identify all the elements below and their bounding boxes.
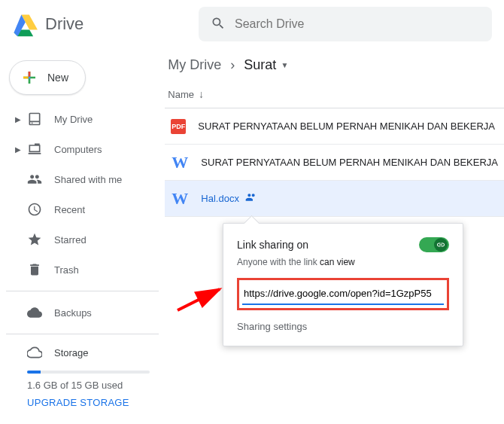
breadcrumb-root[interactable]: My Drive [168,57,221,73]
search-input[interactable] [235,17,480,31]
storage-progress [27,371,150,374]
search-icon [211,16,226,33]
column-header-name[interactable]: Name ↓ [165,82,504,108]
plus-icon [20,69,38,87]
link-highlight-box [237,278,449,310]
file-row[interactable]: PDF SURAT PERNYATAAN BELUM PERNAH MENIKA… [165,108,504,145]
sidebar: New ▶ My Drive ▶ Computers Shared with m… [0,48,159,408]
app-name: Drive [45,14,83,34]
file-name: Hal.docx [201,193,239,204]
link-sharing-toggle[interactable] [419,237,449,252]
search-bar[interactable] [199,7,492,41]
sidebar-item-mydrive[interactable]: ▶ My Drive [6,104,159,134]
breadcrumb-current[interactable]: Surat ▼ [244,57,288,73]
new-button-label: New [47,72,68,84]
nav-label: Trash [54,264,79,276]
cloud-icon [27,345,42,360]
word-icon: W [171,154,189,172]
separator [6,291,159,291]
file-name: SURAT PERNYATAAN BELUM PERNAH MENIKAH DA… [201,157,498,168]
nav-label: Backups [54,307,92,319]
pdf-icon: PDF [171,119,186,134]
sidebar-item-recent[interactable]: Recent [6,194,159,224]
svg-point-0 [32,123,33,124]
expand-icon: ▶ [15,145,24,154]
sidebar-item-starred[interactable]: Starred [6,224,159,255]
word-icon: W [171,190,189,208]
separator [6,334,159,334]
sidebar-item-storage[interactable]: Storage [6,340,159,365]
file-row[interactable]: W Hal.docx [165,181,504,217]
drive-icon [27,111,42,127]
nav-label: My Drive [54,114,93,125]
nav-label: Computers [54,144,102,155]
storage-used-text: 1.6 GB of 15 GB used [27,380,150,391]
breadcrumb: My Drive › Surat ▼ [165,51,504,82]
computers-icon [27,142,42,157]
sort-down-icon: ↓ [199,88,204,100]
expand-icon: ▶ [15,115,24,124]
sidebar-item-trash[interactable]: Trash [6,255,159,285]
nav-label: Starred [54,234,87,246]
file-row[interactable]: W SURAT PERNYATAAN BELUM PERNAH MENIKAH … [165,145,504,181]
storage-section: 1.6 GB of 15 GB used UPGRADE STORAGE [6,371,159,408]
star-icon [27,232,42,247]
logo-area[interactable]: Drive [12,11,193,38]
nav-label: Recent [54,204,85,215]
new-button[interactable]: New [9,60,86,95]
upgrade-storage-link[interactable]: UPGRADE STORAGE [27,397,150,408]
chevron-right-icon: › [230,57,235,73]
sidebar-item-shared[interactable]: Shared with me [6,164,159,194]
shared-icon [27,172,42,187]
shared-badge-icon [245,191,257,206]
drive-logo-icon [12,11,39,38]
popup-subtitle: Anyone with the link can view [237,257,449,267]
recent-icon [27,202,42,217]
trash-icon [27,262,42,277]
app-header: Drive [0,0,504,48]
nav-label: Shared with me [54,174,122,185]
sharing-settings-link[interactable]: Sharing settings [237,321,449,332]
link-sharing-popup: Link sharing on Anyone with the link can… [223,223,463,346]
caret-down-icon: ▼ [281,61,288,69]
link-icon [434,238,448,252]
sidebar-item-backups[interactable]: Backups [6,297,159,328]
storage-title: Storage [54,347,89,358]
popup-title: Link sharing on [237,239,308,251]
share-link-input[interactable] [242,283,444,305]
file-name: SURAT PERNYATAAN BELUM PERNAH MENIKAH DA… [198,120,495,132]
backups-icon [27,305,42,320]
sidebar-item-computers[interactable]: ▶ Computers [6,134,159,164]
